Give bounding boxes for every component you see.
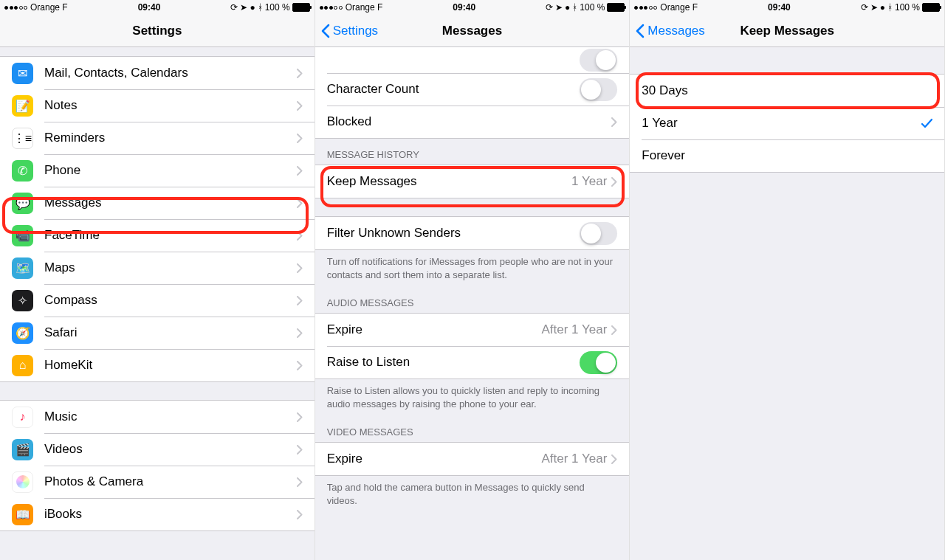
row-label: Photos & Camera: [44, 474, 297, 489]
filter-unknown-toggle[interactable]: [580, 222, 617, 245]
row-label: Messages: [44, 196, 297, 210]
row-label: Character Count: [327, 82, 580, 97]
chevron-right-icon: [611, 454, 617, 464]
chevron-right-icon: [297, 134, 303, 143]
row-video-expire[interactable]: Expire After 1 Year: [315, 443, 630, 475]
settings-row-maps[interactable]: 🗺️ Maps: [0, 252, 315, 284]
settings-row-compass[interactable]: ✧ Compass: [0, 284, 315, 317]
nav-bar: Messages Keep Messages: [630, 15, 944, 47]
settings-row-homekit[interactable]: ⌂ HomeKit: [0, 349, 315, 381]
battery-icon: [922, 3, 940, 12]
raise-listen-footer: Raise to Listen allows you to quickly li…: [315, 379, 630, 416]
section-header-history: MESSAGE HISTORY: [315, 139, 630, 165]
settings-panel: Orange F 09:40 ⟳ ➤ ● ᚼ 100 % Settings ✉︎…: [0, 0, 315, 560]
maps-icon: 🗺️: [12, 257, 33, 279]
chevron-left-icon: [636, 24, 645, 38]
toggle-off[interactable]: [580, 49, 617, 72]
row-raise-to-listen[interactable]: Raise to Listen: [315, 346, 630, 378]
settings-row-facetime[interactable]: 📹 FaceTime: [0, 219, 315, 252]
chevron-right-icon: [297, 263, 303, 273]
signal-icon: [4, 6, 27, 10]
compass-icon: ✧: [12, 290, 33, 311]
videos-icon: 🎬: [12, 439, 33, 460]
battery-pct-label: 100 %: [580, 2, 605, 13]
rotation-lock-icon: ⟳: [230, 2, 238, 13]
filter-unknown-footer: Turn off notifications for iMessages fro…: [315, 250, 630, 287]
row-blocked[interactable]: Blocked: [315, 106, 630, 138]
back-button[interactable]: Messages: [636, 24, 704, 38]
keep-messages-panel: Orange F 09:40 ⟳ ➤ ● ᚼ 100 % Messages Ke…: [630, 0, 945, 560]
row-label: Expire: [327, 452, 542, 466]
row-value: After 1 Year: [542, 452, 608, 466]
settings-row-phone[interactable]: ✆ Phone: [0, 154, 315, 187]
mail-icon: ✉︎: [12, 63, 33, 84]
row-label: Maps: [44, 260, 297, 275]
option-30-days[interactable]: 30 Days: [630, 75, 944, 107]
settings-row-reminders[interactable]: ⋮≡ Reminders: [0, 122, 315, 154]
row-value: 1 Year: [571, 174, 607, 189]
row-character-count[interactable]: Character Count: [315, 73, 630, 106]
checkmark-icon: [921, 118, 932, 129]
row-value: After 1 Year: [542, 322, 608, 337]
row-label: Music: [44, 409, 297, 424]
status-bar: Orange F 09:40 ⟳ ➤ ● ᚼ 100 %: [0, 0, 315, 15]
homekit-icon: ⌂: [12, 355, 33, 376]
settings-row-safari[interactable]: 🧭 Safari: [0, 317, 315, 349]
battery-icon: [292, 3, 310, 12]
settings-row-photos[interactable]: Photos & Camera: [0, 466, 315, 498]
settings-row-mail[interactable]: ✉︎ Mail, Contacts, Calendars: [0, 57, 315, 89]
alarm-icon: ●: [880, 2, 885, 13]
chevron-right-icon: [611, 177, 617, 187]
page-title: Messages: [442, 24, 502, 38]
signal-icon: [320, 6, 343, 10]
bluetooth-icon: ᚼ: [887, 2, 893, 13]
row-label: Safari: [44, 325, 297, 340]
row-label: Filter Unknown Senders: [327, 226, 580, 241]
chevron-right-icon: [297, 166, 303, 176]
row-label: FaceTime: [44, 228, 297, 243]
row-label: HomeKit: [44, 358, 297, 373]
location-icon: ➤: [240, 2, 247, 13]
character-count-toggle[interactable]: [580, 78, 617, 101]
row-keep-messages[interactable]: Keep Messages 1 Year: [315, 165, 630, 198]
chevron-right-icon: [297, 296, 303, 305]
clock-label: 09:40: [453, 2, 475, 13]
row-audio-expire[interactable]: Expire After 1 Year: [315, 314, 630, 346]
row-label: Raise to Listen: [327, 355, 580, 370]
row-filter-unknown[interactable]: Filter Unknown Senders: [315, 217, 630, 249]
location-icon: ➤: [870, 2, 878, 13]
page-title: Settings: [132, 24, 182, 38]
settings-row-videos[interactable]: 🎬 Videos: [0, 433, 315, 466]
safari-icon: 🧭: [12, 322, 33, 344]
chevron-right-icon: [297, 328, 303, 338]
reminders-icon: ⋮≡: [12, 128, 33, 149]
option-forever[interactable]: Forever: [630, 139, 944, 172]
chevron-right-icon: [297, 477, 303, 487]
row-label: Videos: [44, 442, 297, 457]
settings-row-ibooks[interactable]: 📖 iBooks: [0, 498, 315, 530]
row-label: Notes: [44, 98, 297, 113]
raise-to-listen-toggle[interactable]: [580, 351, 617, 374]
nav-bar: Settings: [0, 15, 315, 47]
alarm-icon: ●: [565, 2, 570, 13]
settings-row-notes[interactable]: 📝 Notes: [0, 89, 315, 122]
row-label: Blocked: [327, 114, 612, 129]
rotation-lock-icon: ⟳: [546, 2, 553, 13]
back-label: Messages: [647, 24, 704, 38]
back-button[interactable]: Settings: [321, 24, 378, 38]
option-1-year[interactable]: 1 Year: [630, 107, 944, 139]
chevron-right-icon: [297, 69, 303, 78]
rotation-lock-icon: ⟳: [861, 2, 868, 13]
messages-icon: 💬: [12, 193, 33, 214]
settings-row-music[interactable]: ♪ Music: [0, 401, 315, 433]
row-label: 1 Year: [642, 116, 921, 131]
row-partial-toggle[interactable]: [315, 47, 630, 73]
chevron-right-icon: [297, 361, 303, 370]
settings-row-messages[interactable]: 💬 Messages: [0, 187, 315, 219]
signal-icon: [634, 6, 657, 10]
page-title: Keep Messages: [740, 24, 834, 38]
music-icon: ♪: [12, 407, 33, 428]
row-label: Expire: [327, 322, 542, 337]
back-label: Settings: [333, 24, 378, 38]
photos-icon: [12, 471, 33, 493]
